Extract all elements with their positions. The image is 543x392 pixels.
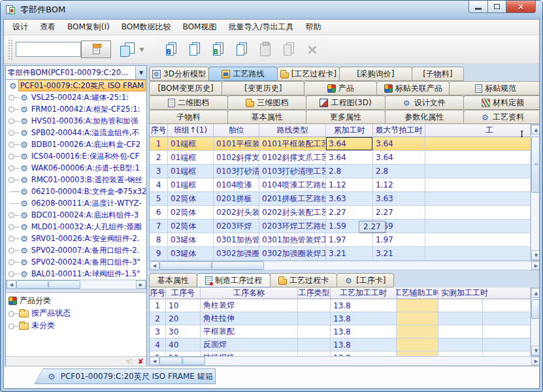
menu-item[interactable]: 帮助 xyxy=(299,20,327,35)
dropdown-arrow-icon[interactable]: ▼ xyxy=(137,41,146,58)
classification-root[interactable]: 产品分类 xyxy=(6,295,146,307)
tree-expander[interactable] xyxy=(8,320,19,332)
close-button[interactable]: ✕ xyxy=(506,1,536,13)
process-table-h-scrollbar[interactable]: ◀ ‖ ▶ xyxy=(149,356,540,366)
tree-item[interactable]: ⚙ FRM01-00042:A:框架-CF25:1: xyxy=(6,103,146,115)
tree-expander[interactable] xyxy=(7,91,20,103)
scroll-right-icon[interactable]: ▶ xyxy=(136,280,146,289)
classification-item[interactable]: 未分类 xyxy=(6,319,146,332)
tab[interactable]: 三维图档 xyxy=(227,95,306,110)
table-row[interactable]: 3 30 平框装配 13.8 xyxy=(150,325,531,338)
tree-expander[interactable] xyxy=(7,197,20,209)
tree-h-scrollbar[interactable]: ◀ ‖ ▶ xyxy=(6,280,146,289)
tree-item[interactable]: ⚙ RMC01-00003:B:遥控装置-钢丝 xyxy=(6,174,146,186)
menu-item[interactable]: 批量导入/导出工具 xyxy=(222,20,299,35)
scroll-right-icon[interactable]: ▶ xyxy=(531,261,540,270)
table-row[interactable]: 3 01端框 0103打砂清理 0103打砂清理工艺... 2.8 2.8 xyxy=(150,165,531,178)
restore-button[interactable] xyxy=(487,1,506,13)
scrollbar-thumb[interactable]: ‖ xyxy=(159,357,205,365)
toolbar-grip[interactable] xyxy=(8,39,13,60)
scrollbar-thumb[interactable]: ‖ xyxy=(159,261,264,270)
scroll-up-icon[interactable]: ▲ xyxy=(531,125,540,135)
scroll-left-icon[interactable]: ◀ xyxy=(150,357,159,365)
copy-doc2-button[interactable] xyxy=(230,39,254,61)
title-bar[interactable]: 零部件BOM ✕ xyxy=(1,1,542,19)
column-header[interactable]: 路线类型 xyxy=(259,124,326,137)
table-row[interactable]: 4 40 反面焊 13.8 xyxy=(150,338,531,351)
tab[interactable]: [子物料] xyxy=(412,67,464,81)
tree-expander[interactable] xyxy=(7,127,20,139)
scrollbar-thumb[interactable]: ‖ xyxy=(16,280,80,289)
status-tab[interactable]: ⚙ PCF01-00079:C:20英尺 ISO FRAME 罐箱 xyxy=(34,368,216,384)
tree-item[interactable]: ⚙ 06208-00011:A:温度计-WTYZ- xyxy=(6,197,146,209)
chevron-down-icon[interactable]: ▼ xyxy=(135,67,146,79)
tree-item[interactable]: ⚙ SPB02-00044:A:溢流盒组件,不 xyxy=(6,127,146,139)
tree-item[interactable]: ⚙ BDC01-00024:A:底出料组件-3 xyxy=(6,209,146,221)
tab[interactable]: 产品 xyxy=(304,81,377,95)
column-header[interactable]: 工序类型 xyxy=(298,287,331,299)
tree-expander[interactable] xyxy=(7,162,20,174)
tree-item[interactable]: ⚙ ICS04-00016:E:保温和外包-CF xyxy=(6,150,146,162)
column-header[interactable]: 胎位 xyxy=(214,124,259,137)
table-row[interactable]: 2 01端框 0102斜撑支爪 0102斜撑支爪工艺... 3.64 3.64 xyxy=(150,151,531,165)
column-header[interactable]: 工艺辅助工时 xyxy=(397,287,438,299)
bom-selector[interactable]: 零部件BOM(PCF01-00079:C:20... ▼ xyxy=(6,66,146,80)
scroll-left-icon[interactable]: ◀ xyxy=(7,280,16,289)
tree-expander[interactable] xyxy=(7,244,20,256)
routing-table-h-scrollbar[interactable]: ◀ ‖ ▶ xyxy=(149,261,540,270)
tab[interactable]: 设计文件 xyxy=(385,95,464,110)
table-row[interactable]: 2 20 角柱拉伸 13.8 xyxy=(150,312,531,325)
menu-item[interactable]: 查看 xyxy=(34,20,61,35)
tree-expander[interactable] xyxy=(7,103,20,115)
menu-item[interactable]: BOM视图 xyxy=(177,20,223,35)
scrollbar-thumb[interactable] xyxy=(531,299,540,319)
tree-expander[interactable] xyxy=(7,186,20,197)
tab[interactable]: 参数化属性 xyxy=(385,110,464,124)
table-row[interactable]: 5 02筒体 0201拼板 0201拼板工艺路线 3.63 3.63 xyxy=(150,192,531,206)
tab[interactable]: 更多属性 xyxy=(306,110,385,124)
classification-item[interactable]: 按产品状态 xyxy=(6,307,146,319)
tree-expander[interactable] xyxy=(7,150,20,162)
copy-b-button[interactable]: B xyxy=(159,39,183,61)
table-row[interactable]: 8 03罐体 0301加热管... 0301加热管装焊工... 1.97 1.9… xyxy=(150,233,531,247)
table-row[interactable]: 1 10 角柱装焊 13.8 xyxy=(150,299,531,312)
column-header[interactable]: 序号 xyxy=(150,124,168,137)
tab[interactable]: [BOM变更历史] xyxy=(149,81,222,95)
remove-icon[interactable]: ✘ xyxy=(138,358,144,365)
tree-expander[interactable] xyxy=(7,209,20,221)
column-header[interactable]: 工序名称 xyxy=(201,287,298,299)
tree-expander[interactable] xyxy=(7,256,20,268)
tree-item[interactable]: ⚙ MLD01-00032:A:人孔组件:颈圈 xyxy=(6,221,146,233)
table-row[interactable]: 1 01端框 0101平框装配 0101平框装配工艺... 3.64 3.64 xyxy=(150,137,531,151)
scroll-down-icon[interactable]: ▼ xyxy=(531,250,540,260)
tree-item[interactable]: ⚙ BAL01-00011:A:球阀组件-1.5" xyxy=(6,268,146,280)
tree-expander[interactable] xyxy=(7,233,20,244)
tab[interactable]: 工艺过程卡 xyxy=(270,273,337,287)
column-header[interactable]: 最大节拍工时 xyxy=(373,124,425,137)
tab[interactable]: 基本属性 xyxy=(227,110,306,124)
tab[interactable]: [工艺过程卡] xyxy=(277,67,340,81)
menu-item[interactable]: BOM数据比较 xyxy=(116,20,177,35)
table-row[interactable]: 5 50 地垱焊接 13.8 xyxy=(150,351,531,356)
tab[interactable]: 3D分析模型 xyxy=(149,67,209,81)
tree-expander[interactable] xyxy=(7,139,20,150)
scroll-up-icon[interactable]: ▲ xyxy=(531,288,540,298)
tab[interactable]: 标贴关联产品 xyxy=(376,81,450,95)
tab[interactable]: [变更历史] xyxy=(222,81,304,95)
table-row[interactable]: 6 02筒体 0202封头装配 0202封头装配工艺... 2.27 2.27 xyxy=(150,206,531,220)
tree-expander[interactable] xyxy=(7,174,20,186)
tree-expander[interactable] xyxy=(7,221,20,233)
column-header[interactable]: 工序号 xyxy=(166,287,201,299)
routing-table-v-scrollbar[interactable]: ▲ ≡ ▼ xyxy=(531,124,540,261)
tab[interactable]: 标贴规范 xyxy=(449,81,540,95)
tab[interactable]: 基本属性 xyxy=(149,273,197,287)
copy-doc-button[interactable] xyxy=(183,39,206,61)
column-header[interactable]: 工 xyxy=(425,124,531,137)
tab[interactable]: 工艺资料 xyxy=(463,110,540,124)
tab[interactable]: 工程图(3D) xyxy=(306,95,385,110)
column-header[interactable]: 班组↑(1) xyxy=(168,124,214,137)
tree-item[interactable]: ⚙ SRV01-00026:A:安全阀组件-2. xyxy=(6,233,146,244)
minimize-button[interactable] xyxy=(469,1,488,13)
tab[interactable]: 制造工序过程 xyxy=(197,273,271,287)
table-row[interactable]: 9 03罐体 0302加强圈... 0302加强圈装焊工... 3.21 3.2… xyxy=(150,247,531,261)
